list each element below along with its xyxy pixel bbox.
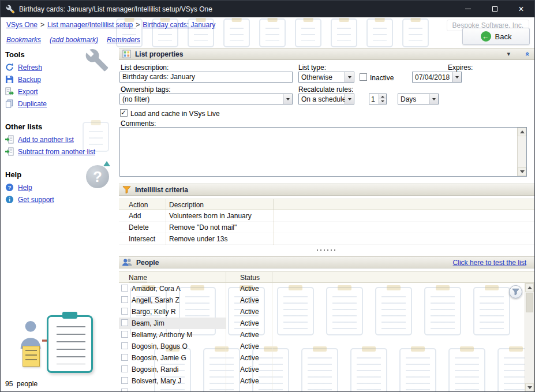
expires-date-value: 07/04/2018: [415, 73, 450, 82]
people-row[interactable]: Bogosin, Jamie GActive: [119, 352, 525, 364]
collapse-panel-icon[interactable]: «: [523, 52, 532, 56]
criteria-action-cell: Delete: [129, 223, 149, 232]
expires-date-dropdown[interactable]: 07/04/2018: [412, 72, 462, 83]
people-row[interactable]: Bogosin, RandiActive: [119, 364, 525, 375]
people-row[interactable]: Bellamy, Anthony MActive: [119, 329, 525, 341]
list-properties-icon: [122, 50, 131, 58]
list-description-input[interactable]: Birthday cards: January: [119, 72, 293, 83]
scroll-up-icon[interactable]: [525, 283, 534, 292]
recalculate-unit-value: Days: [401, 95, 416, 104]
people-table-body: Amador, Cora AActiveAngell, Sarah ZActiv…: [119, 283, 525, 392]
add-bookmark-link[interactable]: (add bookmark): [50, 36, 98, 44]
help-question-icon: ?: [86, 165, 109, 188]
funnel-icon: [122, 185, 131, 194]
maximize-button[interactable]: [481, 1, 508, 17]
people-col-status[interactable]: Status: [240, 274, 260, 282]
splitter-handle[interactable]: [119, 248, 534, 252]
comments-scrollbar[interactable]: [517, 128, 526, 176]
sidebar-item-backup[interactable]: Backup: [5, 73, 119, 85]
criteria-description-cell: Remove "Do not mail": [169, 223, 237, 232]
criteria-col-description[interactable]: Description: [169, 201, 204, 209]
stepper-buttons: [379, 94, 386, 104]
minimize-button[interactable]: [455, 1, 481, 17]
person-checkbox[interactable]: [121, 377, 128, 384]
dropdown-arrow-icon: [345, 94, 354, 104]
funnel-icon: [512, 288, 519, 296]
person-checkbox[interactable]: [121, 285, 128, 292]
duplicate-link-label: Duplicate: [18, 100, 47, 108]
people-row[interactable]: Amador, Cora AActive: [119, 283, 525, 294]
person-checkbox[interactable]: [121, 319, 128, 326]
person-checkbox[interactable]: [121, 354, 128, 361]
scroll-up-icon[interactable]: [518, 128, 526, 136]
people-row[interactable]: Angell, Sarah ZActive: [119, 294, 525, 306]
people-row-partial: [119, 387, 525, 392]
scroll-down-icon[interactable]: [525, 383, 534, 392]
comments-textarea[interactable]: [119, 127, 527, 177]
export-link-label: Export: [18, 88, 38, 96]
person-name: Bellamy, Anthony M: [132, 331, 192, 339]
recalculate-unit-dropdown[interactable]: Days: [398, 94, 439, 104]
help-arrow-icon: [103, 161, 110, 166]
list-properties-header[interactable]: List properties ▾ «: [119, 48, 534, 60]
stepper-down-icon[interactable]: [379, 99, 386, 104]
people-row[interactable]: Beam, JimActive: [119, 318, 525, 329]
test-list-link[interactable]: Click here to test the list: [453, 259, 526, 267]
splitter-dots-icon: [317, 249, 336, 251]
ownership-tags-dropdown[interactable]: (no filter): [119, 94, 293, 104]
person-checkbox[interactable]: [121, 296, 128, 303]
sidebar-item-export[interactable]: Export: [5, 85, 119, 98]
criteria-row[interactable]: IntersectRemove under 13s: [119, 233, 534, 245]
list-type-value: Otherwise: [301, 73, 332, 82]
filter-funnel-button[interactable]: [509, 285, 522, 298]
backup-link-label: Backup: [18, 76, 41, 84]
ownership-tags-label: Ownership tags:: [121, 85, 171, 94]
breadcrumb-vsys-one[interactable]: VSys One: [6, 21, 38, 29]
criteria-action-cell: Add: [129, 212, 141, 220]
export-icon: [5, 87, 14, 96]
inactive-checkbox[interactable]: [360, 73, 367, 81]
list-type-dropdown[interactable]: Otherwise: [298, 72, 354, 83]
criteria-header[interactable]: Intellilist criteria: [119, 184, 534, 196]
recalculate-interval-stepper[interactable]: 1: [369, 94, 387, 104]
person-checkbox[interactable]: [121, 365, 128, 372]
breadcrumb-current-list[interactable]: Birthday cards: January: [143, 21, 215, 29]
info-circle-icon: i: [5, 195, 14, 204]
close-button[interactable]: ×: [508, 1, 534, 17]
person-name: Amador, Cora A: [132, 285, 181, 293]
recalculate-schedule-dropdown[interactable]: On a schedule: [298, 94, 354, 104]
breadcrumb-list-manager[interactable]: List manager/Intellilist setup: [47, 21, 133, 29]
criteria-row[interactable]: DeleteRemove "Do not mail": [119, 222, 534, 233]
get-support-label: Get support: [18, 196, 54, 204]
app-icon: [6, 5, 15, 14]
person-checkbox[interactable]: [121, 308, 128, 315]
people-row[interactable]: Bargo, Kelly RActive: [119, 306, 525, 318]
criteria-action-cell: Intersect: [129, 235, 155, 243]
people-row[interactable]: Bogosin, Bogus OActive: [119, 341, 525, 352]
people-row[interactable]: Boisvert, Mary JActive: [119, 375, 525, 387]
reminders-link[interactable]: Reminders: [107, 36, 140, 44]
person-name: Boisvert, Mary J: [132, 377, 181, 385]
scrollbar-thumb[interactable]: [526, 293, 533, 312]
person-status: Active: [240, 377, 259, 385]
person-status: Active: [240, 365, 259, 374]
close-icon: ×: [518, 5, 523, 14]
criteria-col-action[interactable]: Action: [129, 201, 148, 209]
bookmarks-link[interactable]: Bookmarks: [6, 36, 41, 44]
person-checkbox[interactable]: [121, 331, 128, 338]
people-scrollbar[interactable]: [525, 283, 534, 392]
sidebar-item-get-support[interactable]: i Get support: [5, 193, 119, 206]
stepper-up-icon[interactable]: [379, 94, 386, 99]
back-button[interactable]: ← Back: [462, 28, 530, 45]
scroll-down-icon[interactable]: [518, 167, 526, 176]
sidebar-item-duplicate[interactable]: Duplicate: [5, 98, 119, 110]
dropdown-arrow-icon: [429, 94, 438, 104]
person-checkbox[interactable]: [121, 342, 128, 349]
minimize-icon: [465, 9, 471, 9]
load-cache-checkbox[interactable]: [120, 109, 128, 117]
person-checkbox[interactable]: [121, 389, 128, 392]
add-to-list-icon: [5, 135, 14, 144]
criteria-row[interactable]: AddVolunteers born in January: [119, 210, 534, 222]
chevron-down-icon[interactable]: ▾: [507, 50, 510, 58]
people-col-name[interactable]: Name: [129, 274, 147, 282]
